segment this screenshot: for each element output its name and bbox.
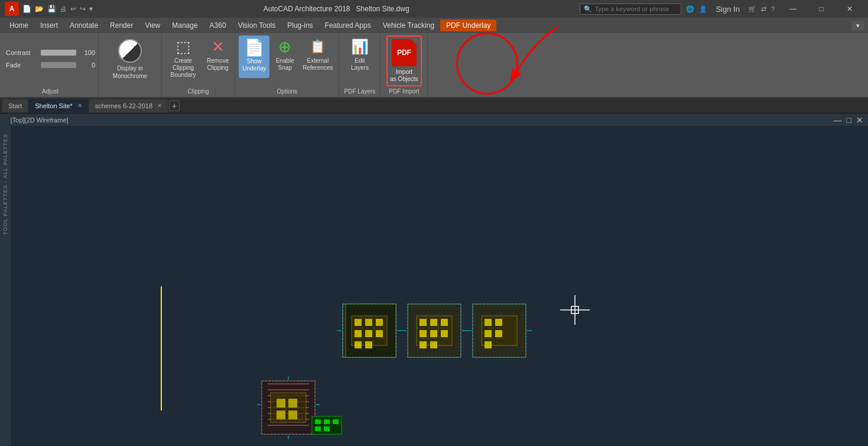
minimize-button[interactable]: — [779, 0, 807, 18]
workspace-switcher[interactable]: ▾ [851, 21, 864, 31]
viewport-label: [-][Top][2D Wireframe] [5, 117, 69, 124]
menu-annotate[interactable]: Annotate [64, 20, 104, 31]
create-clipping-button[interactable]: ⬚ Create ClippingBoundary [165, 35, 201, 80]
menu-manage[interactable]: Manage [166, 20, 203, 31]
svg-rect-56 [485, 341, 492, 348]
import-as-objects-button[interactable]: PDF Importas Objects [386, 35, 421, 86]
doc-tab-schemes-label: schemes 6-22-2018 [95, 102, 152, 109]
show-underlay-button[interactable]: 📄 ShowUnderlay [239, 35, 269, 78]
pdf-layers-content: 📊 EditLayers [347, 35, 373, 95]
quick-access-new[interactable]: 📄 [22, 5, 31, 13]
doc-tab-schemes-close[interactable]: ✕ [157, 102, 162, 109]
contrast-slider[interactable] [41, 50, 76, 56]
menu-home[interactable]: Home [4, 20, 34, 31]
menu-plug-ins[interactable]: Plug-ins [281, 20, 318, 31]
enable-snap-button[interactable]: ⊕ EnableSnap [272, 35, 298, 73]
menu-insert[interactable]: Insert [34, 20, 64, 31]
tool-palettes-label[interactable]: TOOL PALETTES - ALL PALETTES [1, 131, 9, 237]
menu-pdf-underlay[interactable]: PDF Underlay [440, 20, 496, 31]
monochrome-label: Display in Monochrome [109, 64, 151, 80]
svg-rect-43 [430, 330, 437, 337]
options-group-label: Options [235, 88, 339, 95]
doc-tab-start[interactable]: Start [2, 99, 28, 112]
ribbon-panel: Contrast 100 Fade 0 Adjust Display in Mo… [0, 33, 868, 98]
svg-rect-14 [277, 399, 285, 408]
external-references-button[interactable]: 📋 ExternalReferences [300, 35, 335, 73]
help-icon: ? [771, 5, 775, 12]
user-icon: 👤 [699, 5, 707, 13]
svg-rect-27 [365, 319, 372, 326]
remove-clipping-button[interactable]: ✕ RemoveClipping [204, 35, 231, 73]
show-underlay-icon: 📄 [245, 38, 264, 57]
search-input[interactable] [594, 5, 677, 12]
contrast-row: Contrast 100 [6, 49, 95, 56]
app-icon: A [5, 2, 19, 16]
options-content: 📄 ShowUnderlay ⊕ EnableSnap 📋 ExternalRe… [239, 35, 335, 95]
external-references-icon: 📋 [308, 37, 327, 56]
doc-tab-schemes[interactable]: schemes 6-22-2018 ✕ [89, 99, 168, 112]
menu-a360[interactable]: A360 [204, 20, 232, 31]
network-icon: 🌐 [686, 5, 694, 13]
svg-rect-64 [324, 426, 330, 431]
doc-tab-shelton-close[interactable]: ✕ [77, 102, 82, 109]
sign-in-button[interactable]: Sign In [712, 4, 743, 15]
viewport-close-button[interactable]: ✕ [856, 115, 863, 125]
svg-rect-15 [288, 399, 297, 408]
maximize-button[interactable]: □ [808, 0, 835, 18]
svg-rect-29 [355, 330, 362, 337]
doc-tabs: Start Shelton Site* ✕ schemes 6-22-2018 … [0, 98, 868, 114]
menu-view[interactable]: View [139, 20, 166, 31]
svg-rect-30 [365, 330, 372, 337]
side-toolbar: TOOL PALETTES - ALL PALETTES [0, 114, 11, 446]
edit-layers-button[interactable]: 📊 EditLayers [347, 35, 373, 73]
svg-rect-61 [324, 419, 330, 424]
svg-rect-16 [277, 411, 285, 419]
new-tab-button[interactable]: + [169, 101, 180, 111]
svg-rect-62 [333, 419, 339, 424]
svg-rect-33 [365, 341, 372, 348]
viewport-maximize-button[interactable]: □ [847, 115, 851, 125]
window-controls: — □ ✕ [779, 0, 863, 18]
svg-rect-52 [485, 319, 492, 326]
title-bar-title: AutoCAD Architecture 2018 Shelton Site.d… [93, 5, 580, 13]
quick-access-print[interactable]: 🖨 [60, 5, 67, 13]
close-button[interactable]: ✕ [836, 0, 863, 18]
title-bar-left: A 📄 📂 💾 🖨 ↩ ↪ ▾ [5, 2, 93, 16]
menu-vehicle-tracking[interactable]: Vehicle Tracking [377, 20, 440, 31]
contrast-label: Contrast [6, 49, 38, 56]
create-clipping-label: Create ClippingBoundary [168, 57, 199, 79]
menu-vision-tools[interactable]: Vision Tools [232, 20, 282, 31]
svg-rect-45 [420, 341, 427, 348]
pdf-import-group-label: PDF Import [381, 88, 427, 95]
quick-access-open[interactable]: 📂 [35, 5, 44, 13]
doc-tab-shelton[interactable]: Shelton Site* ✕ [29, 99, 88, 112]
remove-clipping-icon: ✕ [209, 37, 227, 56]
quick-access-save[interactable]: 💾 [47, 5, 56, 13]
enable-snap-label: EnableSnap [276, 57, 294, 72]
viewport-area: [-][Top][2D Wireframe] — □ ✕ TOOL PALETT… [0, 114, 868, 446]
search-bar[interactable]: 🔍 [580, 4, 681, 15]
svg-rect-46 [430, 341, 437, 348]
svg-rect-53 [495, 319, 502, 326]
monochrome-button[interactable]: Display in Monochrome [105, 37, 155, 82]
svg-rect-1 [11, 127, 868, 446]
ribbon-group-options: 📄 ShowUnderlay ⊕ EnableSnap 📋 ExternalRe… [235, 33, 339, 97]
svg-rect-55 [495, 330, 502, 337]
svg-rect-54 [485, 330, 492, 337]
doc-tab-start-label: Start [8, 102, 22, 109]
title-bar-right: 🔍 🌐 👤 Sign In 🛒 ⇄ ? — □ ✕ [580, 0, 863, 18]
pdf-layers-group-label: PDF Layers [339, 88, 380, 95]
clipping-group-label: Clipping [162, 88, 235, 95]
ribbon-group-monochrome: Display in Monochrome [99, 33, 162, 97]
svg-rect-42 [420, 330, 427, 337]
title-bar: A 📄 📂 💾 🖨 ↩ ↪ ▾ AutoCAD Architecture 201… [0, 0, 868, 18]
menu-featured-apps[interactable]: Featured Apps [319, 20, 377, 31]
adjust-group-label: Adjust [2, 88, 98, 95]
svg-rect-31 [376, 330, 383, 337]
quick-access-redo[interactable]: ↪ [80, 5, 86, 13]
quick-access-undo[interactable]: ↩ [70, 5, 76, 13]
fade-slider[interactable] [41, 62, 76, 68]
menu-render[interactable]: Render [104, 20, 139, 31]
drawing-canvas [11, 127, 868, 446]
viewport-minimize-button[interactable]: — [834, 115, 842, 125]
